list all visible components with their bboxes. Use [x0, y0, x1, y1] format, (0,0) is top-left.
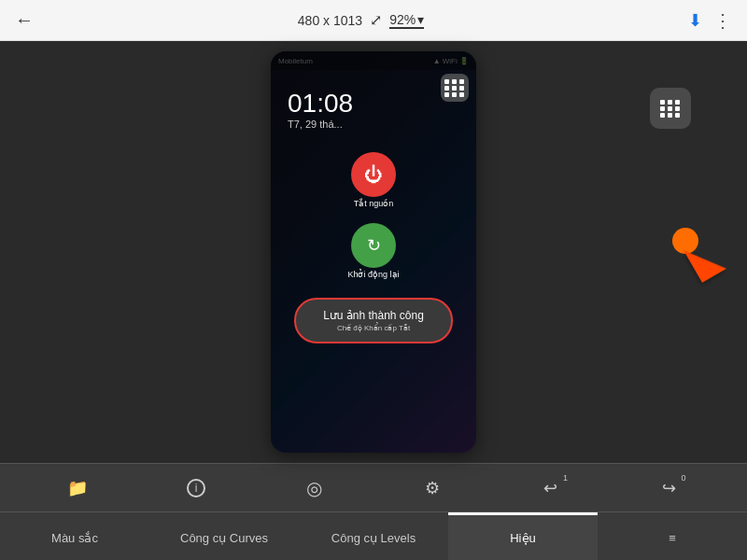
- arrow-indicator: [691, 241, 719, 278]
- restart-button-item[interactable]: ↻ Khởi động lại: [347, 223, 399, 279]
- phone-frame: Mobiletum ▲ WiFi 🔋 01:08 T7, 29 thá... ⏻…: [271, 51, 476, 453]
- undo-count: 1: [563, 473, 568, 483]
- bottom-icon-bar: 📁 i ◎ ⚙ ↩ 1 ↪ 0: [0, 463, 747, 511]
- download-button[interactable]: ⬇: [688, 10, 702, 31]
- restart-icon: ↻: [367, 235, 381, 256]
- toast-container: Lưu ảnh thành công Chế độ Khẩn cấp Tắt: [294, 298, 453, 343]
- info-icon: i: [187, 479, 205, 497]
- redo-button[interactable]: ↪ 0: [653, 471, 686, 505]
- tab-menu[interactable]: ≡: [598, 512, 747, 560]
- camera-button[interactable]: ◎: [298, 471, 331, 505]
- info-button[interactable]: i: [179, 471, 213, 505]
- undo-icon: ↩: [543, 478, 557, 498]
- power-button-item[interactable]: ⏻ Tắt nguồn: [351, 152, 396, 208]
- tab-cong-cu-curves[interactable]: Công cụ Curves: [149, 512, 299, 560]
- power-button[interactable]: ⏻: [351, 152, 396, 197]
- back-button[interactable]: ←: [15, 9, 34, 31]
- folder-button[interactable]: 📁: [61, 471, 94, 505]
- settings-button[interactable]: ⚙: [416, 471, 449, 505]
- restart-label: Khởi động lại: [347, 270, 399, 279]
- toast-box: Lưu ảnh thành công Chế độ Khẩn cấp Tắt: [294, 298, 453, 343]
- tab-hieu[interactable]: Hiệu: [448, 512, 598, 560]
- phone-grid-icon[interactable]: [441, 74, 469, 102]
- settings-icon: ⚙: [425, 478, 440, 498]
- side-grid-button[interactable]: [650, 88, 691, 129]
- bottom-tab-bar: Màu sắcCông cụ CurvesCông cụ LevelsHiệu≡: [0, 511, 747, 560]
- top-toolbar: ← 480 x 1013 ⤢ 92% ▾ ⬇ ⋮: [0, 0, 747, 41]
- power-icon: ⏻: [364, 164, 383, 186]
- redo-icon: ↪: [662, 478, 676, 498]
- restart-button[interactable]: ↻: [351, 223, 396, 268]
- undo-button[interactable]: ↩ 1: [534, 471, 568, 505]
- camera-icon: ◎: [306, 477, 322, 499]
- main-content: Mobiletum ▲ WiFi 🔋 01:08 T7, 29 thá... ⏻…: [0, 41, 747, 463]
- phone-screen: Mobiletum ▲ WiFi 🔋 01:08 T7, 29 thá... ⏻…: [271, 51, 476, 453]
- folder-icon: 📁: [67, 478, 88, 498]
- tab-mau-sac[interactable]: Màu sắc: [0, 512, 149, 560]
- dimensions-display: 480 x 1013 ⤢ 92% ▾: [45, 11, 677, 29]
- more-button[interactable]: ⋮: [713, 9, 732, 32]
- zoom-display[interactable]: 92% ▾: [389, 12, 424, 29]
- power-label: Tắt nguồn: [354, 199, 394, 208]
- redo-count: 0: [682, 473, 686, 483]
- toast-text: Lưu ảnh thành công: [311, 309, 436, 322]
- toast-sub: Chế độ Khẩn cấp Tắt: [311, 324, 436, 332]
- clock-date: T7, 29 thá...: [288, 119, 476, 130]
- power-menu-overlay: 01:08 T7, 29 thá... ⏻ Tắt nguồn ↻ Khởi đ…: [271, 51, 476, 453]
- tab-cong-cu-levels[interactable]: Công cụ Levels: [299, 512, 448, 560]
